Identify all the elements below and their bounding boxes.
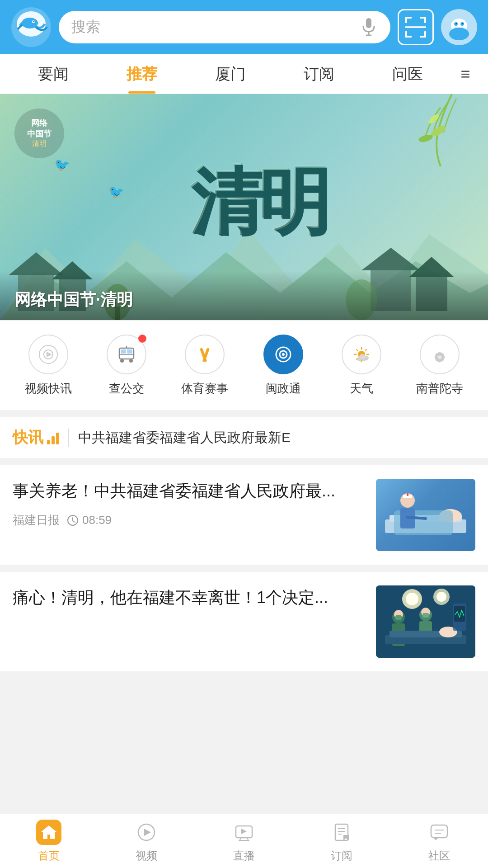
- bottom-nav-community[interactable]: 社区: [390, 814, 488, 868]
- home-icon: [36, 820, 61, 845]
- svg-marker-102: [41, 826, 56, 839]
- news-article-1[interactable]: 事关养老！中共福建省委福建省人民政府最... 福建日报 08:59: [0, 465, 488, 565]
- search-bar[interactable]: 搜索: [59, 11, 390, 43]
- breaking-divider: [68, 429, 69, 447]
- svg-line-60: [357, 349, 358, 351]
- tab-yaowen[interactable]: 要闻: [9, 54, 98, 94]
- community-icon: [427, 820, 452, 845]
- svg-rect-45: [127, 349, 132, 354]
- breaking-label: 快讯: [13, 427, 59, 448]
- header-right: [398, 9, 477, 45]
- app-logo[interactable]: [11, 7, 52, 47]
- article-1-title: 事关养老！中共福建省委福建省人民政府最...: [13, 479, 365, 503]
- nanputuo-icon: [420, 335, 460, 374]
- breaking-news-content: 中共福建省委福建省人民政府最新E: [78, 429, 475, 447]
- search-placeholder-text: 搜索: [71, 17, 354, 37]
- sports-label: 体育赛事: [181, 381, 228, 396]
- video-news-icon: [28, 335, 68, 374]
- subscribe-icon: [329, 820, 354, 845]
- tab-tuijian[interactable]: 推荐: [98, 54, 186, 94]
- nanputuo-label: 南普陀寺: [416, 381, 463, 396]
- svg-rect-11: [424, 17, 426, 23]
- quick-icon-weather[interactable]: 天气: [330, 335, 393, 396]
- bottom-nav-home[interactable]: 首页: [0, 814, 98, 868]
- bus-badge: [137, 334, 147, 344]
- bottom-nav-subscribe[interactable]: 订阅: [293, 814, 390, 868]
- bottom-nav-video[interactable]: 视频: [98, 814, 195, 868]
- article-2-image: [376, 585, 475, 658]
- user-avatar[interactable]: [441, 9, 477, 45]
- tab-dingyue[interactable]: 订阅: [275, 54, 363, 94]
- article-2-text: 痛心！清明，他在福建不幸离世！1个决定...: [13, 585, 365, 619]
- weather-label: 天气: [350, 381, 373, 396]
- live-icon: [231, 820, 257, 845]
- hero-banner[interactable]: 🐦 🐦 网络 中国节 清明 清明 网络中国节·清明: [0, 94, 488, 320]
- signal-icon: [47, 431, 59, 444]
- breaking-news-bar[interactable]: 快讯 中共福建省委福建省人民政府最新E: [0, 417, 488, 458]
- quick-icon-sports[interactable]: 体育赛事: [173, 335, 236, 396]
- tab-xiamen[interactable]: 厦门: [186, 54, 275, 94]
- content-area: 🐦 🐦 网络 中国节 清明 清明 网络中国节·清明: [0, 94, 488, 730]
- svg-marker-42: [47, 352, 52, 357]
- svg-marker-114: [343, 835, 349, 840]
- article-1-meta: 福建日报 08:59: [13, 512, 365, 528]
- quick-icon-video-news[interactable]: 视频快讯: [17, 335, 80, 396]
- banner-title: 清明: [190, 153, 325, 251]
- svg-point-23: [449, 28, 469, 40]
- bus-icon: [107, 335, 146, 374]
- weather-icon: [342, 335, 381, 374]
- home-label: 首页: [38, 849, 60, 863]
- video-label: 视频: [136, 849, 157, 863]
- quick-icon-bus[interactable]: 查公交: [95, 335, 158, 396]
- svg-rect-5: [366, 18, 371, 28]
- svg-point-48: [129, 359, 133, 363]
- tab-wenyi[interactable]: 问医: [363, 54, 452, 94]
- svg-point-2: [22, 18, 38, 28]
- news-article-2[interactable]: 痛心！清明，他在福建不幸离世！1个决定...: [0, 572, 488, 671]
- article-1-text: 事关养老！中共福建省委福建省人民政府最... 福建日报 08:59: [13, 479, 365, 528]
- header: 搜索: [0, 0, 488, 54]
- svg-marker-118: [434, 838, 438, 840]
- community-label: 社区: [428, 849, 450, 863]
- bottom-navigation: 首页 视频 直播: [0, 814, 488, 868]
- bird-2: 🐦: [108, 184, 124, 199]
- svg-rect-83: [407, 493, 408, 496]
- svg-rect-13: [405, 31, 407, 38]
- quick-icons-row: 视频快讯 查公交: [0, 321, 488, 410]
- svg-point-22: [462, 23, 464, 24]
- minzheng-label: 闽政通: [266, 381, 301, 396]
- svg-marker-104: [144, 829, 151, 836]
- svg-point-47: [120, 359, 124, 363]
- svg-point-88: [436, 592, 446, 602]
- breaking-text: 快讯: [13, 427, 43, 448]
- video-news-label: 视频快讯: [25, 381, 72, 396]
- article-1-thumbnail: [376, 479, 475, 551]
- article-1-image: [376, 479, 475, 551]
- quick-icon-minzheng[interactable]: 闽政通: [252, 335, 315, 396]
- video-icon: [134, 820, 159, 845]
- live-label: 直播: [233, 849, 255, 863]
- svg-line-74: [73, 521, 75, 522]
- subscribe-label: 订阅: [331, 849, 352, 863]
- willow-decoration: [371, 94, 461, 184]
- minzheng-icon: [263, 335, 303, 374]
- svg-point-86: [406, 593, 418, 605]
- article-1-time-wrapper: 08:59: [67, 513, 112, 527]
- svg-rect-44: [121, 349, 126, 354]
- svg-point-21: [456, 23, 457, 24]
- svg-rect-92: [395, 615, 402, 620]
- article-1-time: 08:59: [82, 513, 112, 527]
- svg-rect-9: [405, 17, 407, 23]
- svg-rect-15: [424, 31, 426, 38]
- bus-label: 查公交: [109, 381, 144, 396]
- quick-icon-nanputuo[interactable]: 南普陀寺: [408, 335, 471, 396]
- svg-point-54: [282, 353, 285, 356]
- article-2-thumbnail: [376, 585, 475, 658]
- article-1-source: 福建日报: [13, 512, 60, 528]
- article-2-title: 痛心！清明，他在福建不幸离世！1个决定...: [13, 585, 365, 610]
- mic-icon[interactable]: [360, 18, 378, 36]
- scan-button[interactable]: [398, 9, 434, 45]
- bottom-nav-live[interactable]: 直播: [195, 814, 293, 868]
- nav-more-menu[interactable]: ≡: [452, 65, 479, 84]
- svg-line-81: [408, 517, 426, 519]
